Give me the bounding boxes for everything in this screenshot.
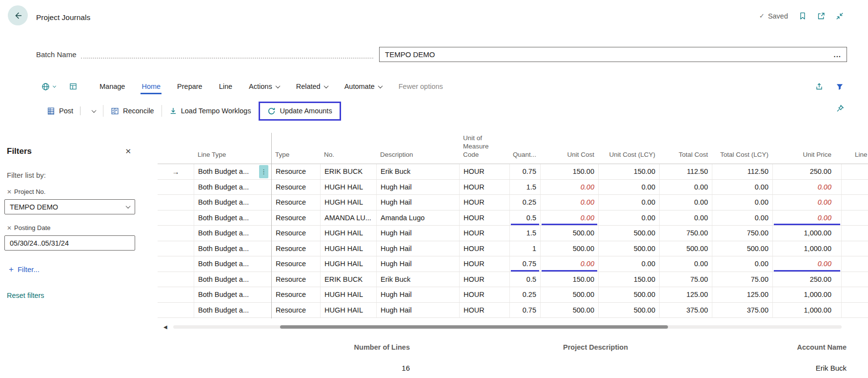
cell-unit_cost_lcy[interactable]: 0.00 xyxy=(598,180,659,195)
cell-line[interactable] xyxy=(841,241,868,256)
cell-type[interactable]: Resource xyxy=(271,241,320,256)
cell-unit_price[interactable]: 0.00 xyxy=(772,210,841,226)
cell-unit_cost[interactable]: 500.00 xyxy=(540,241,598,256)
cell-total_cost[interactable]: 0.00 xyxy=(659,180,712,195)
cell-type[interactable]: Resource xyxy=(271,256,320,272)
cell-description[interactable]: Erik Buck xyxy=(376,164,459,179)
cell-total_cost[interactable]: 75.00 xyxy=(659,272,712,287)
scrollbar-thumb[interactable] xyxy=(280,325,668,329)
cell-unit_cost[interactable]: 150.00 xyxy=(540,164,598,179)
cell-total_cost_lcy[interactable]: 500.00 xyxy=(712,241,772,256)
cell-no[interactable]: HUGH HAIL xyxy=(320,195,376,210)
assist-edit-button[interactable]: ... xyxy=(833,50,841,59)
collapse-icon[interactable] xyxy=(836,12,844,20)
layout-grid-button[interactable] xyxy=(69,83,77,90)
menu-item-fewer-options[interactable]: Fewer options xyxy=(399,83,443,90)
cell-total_cost[interactable]: 375.00 xyxy=(659,303,712,318)
row-selector-cell[interactable] xyxy=(158,241,194,256)
table-row[interactable]: Both Budget a...ResourceHUGH HAILHugh Ha… xyxy=(158,226,868,241)
menu-item-home[interactable]: Home xyxy=(141,83,161,90)
cell-no[interactable]: ERIK BUCK xyxy=(320,164,376,179)
close-icon[interactable]: ✕ xyxy=(125,147,131,156)
cell-uom[interactable]: HOUR xyxy=(459,241,509,256)
cell-line[interactable] xyxy=(841,180,868,195)
cell-unit_cost[interactable]: 0.00 xyxy=(540,256,598,272)
column-header-unit_cost[interactable]: Unit Cost xyxy=(540,136,598,164)
cell-qty[interactable]: 0.75 xyxy=(509,256,540,272)
cell-uom[interactable]: HOUR xyxy=(459,180,509,195)
cell-uom[interactable]: HOUR xyxy=(459,303,509,318)
cell-unit_cost_lcy[interactable]: 500.00 xyxy=(598,287,659,302)
row-selector-cell[interactable] xyxy=(158,195,194,210)
select-all-header[interactable] xyxy=(158,136,194,164)
cell-total_cost[interactable]: 0.00 xyxy=(659,256,712,272)
reconcile-button[interactable]: Reconcile xyxy=(111,107,154,115)
cell-uom[interactable]: HOUR xyxy=(459,287,509,302)
cell-qty[interactable]: 0.75 xyxy=(509,164,540,179)
cell-uom[interactable]: HOUR xyxy=(459,226,509,241)
menu-item-related[interactable]: Related xyxy=(296,83,328,90)
cell-unit_cost[interactable]: 0.00 xyxy=(540,210,598,226)
cell-unit_price[interactable]: 1,000.00 xyxy=(772,241,841,256)
cell-line[interactable] xyxy=(841,210,868,226)
cell-total_cost[interactable]: 0.00 xyxy=(659,210,712,226)
cell-unit_price[interactable]: 1,000.00 xyxy=(772,287,841,302)
menu-item-line[interactable]: Line xyxy=(219,83,232,90)
cell-no[interactable]: AMANDA LU... xyxy=(320,210,376,226)
column-header-unit_price[interactable]: Unit Price xyxy=(772,136,841,164)
column-header-line_type[interactable]: Line Type xyxy=(194,136,271,164)
cell-type[interactable]: Resource xyxy=(271,210,320,226)
table-row[interactable]: Both Budget a...ResourceHUGH HAILHugh Ha… xyxy=(158,180,868,195)
table-row[interactable]: Both Budget a...ResourceERIK BUCKErik Bu… xyxy=(158,272,868,288)
table-row[interactable]: →Both Budget a...⋮ResourceERIK BUCKErik … xyxy=(158,164,868,180)
table-row[interactable]: Both Budget a...ResourceHUGH HAILHugh Ha… xyxy=(158,287,868,303)
batch-name-input[interactable]: TEMPO DEMO ... xyxy=(379,47,847,62)
menu-item-prepare[interactable]: Prepare xyxy=(177,83,202,90)
cell-unit_price[interactable]: 0.00 xyxy=(772,195,841,210)
update-amounts-button[interactable]: Update Amounts xyxy=(267,107,332,115)
remove-filter-icon[interactable]: ✕ xyxy=(7,189,12,195)
add-filter-button[interactable]: + Filter... xyxy=(9,265,135,273)
show-attached-button[interactable] xyxy=(41,83,56,91)
reset-filters-link[interactable]: Reset filters xyxy=(7,292,135,299)
cell-line_type[interactable]: Both Budget a... xyxy=(194,210,271,226)
cell-no[interactable]: HUGH HAIL xyxy=(320,303,376,318)
cell-description[interactable]: Hugh Hail xyxy=(376,303,459,318)
cell-line_type[interactable]: Both Budget a... xyxy=(194,226,271,241)
cell-total_cost_lcy[interactable]: 0.00 xyxy=(712,210,772,226)
back-button[interactable] xyxy=(8,5,28,25)
cell-qty[interactable]: 1 xyxy=(509,241,540,256)
cell-qty[interactable]: 0.75 xyxy=(509,303,540,318)
cell-line[interactable] xyxy=(841,303,868,318)
cell-no[interactable]: HUGH HAIL xyxy=(320,180,376,195)
row-selector-cell[interactable] xyxy=(158,226,194,241)
cell-description[interactable]: Hugh Hail xyxy=(376,256,459,272)
cell-line[interactable] xyxy=(841,256,868,272)
cell-no[interactable]: ERIK BUCK xyxy=(320,272,376,287)
cell-line[interactable] xyxy=(841,272,868,287)
cell-unit_cost_lcy[interactable]: 150.00 xyxy=(598,164,659,179)
cell-line_type[interactable]: Both Budget a... xyxy=(194,272,271,287)
cell-description[interactable]: Erik Buck xyxy=(376,272,459,287)
cell-unit_cost_lcy[interactable]: 500.00 xyxy=(598,241,659,256)
column-header-total_cost[interactable]: Total Cost xyxy=(659,136,712,164)
cell-uom[interactable]: HOUR xyxy=(459,272,509,287)
column-header-type[interactable]: Type xyxy=(271,136,320,164)
cell-total_cost[interactable]: 750.00 xyxy=(659,226,712,241)
cell-line_type[interactable]: Both Budget a... xyxy=(194,195,271,210)
project-no-filter-select[interactable]: TEMPO DEMO xyxy=(4,199,135,214)
cell-unit_cost_lcy[interactable]: 0.00 xyxy=(598,256,659,272)
cell-unit_price[interactable]: 250.00 xyxy=(772,164,841,179)
cell-total_cost[interactable]: 500.00 xyxy=(659,241,712,256)
cell-total_cost[interactable]: 125.00 xyxy=(659,287,712,302)
cell-no[interactable]: HUGH HAIL xyxy=(320,287,376,302)
cell-unit_price[interactable]: 0.00 xyxy=(772,256,841,272)
row-selector-cell[interactable] xyxy=(158,303,194,318)
cell-line_type[interactable]: Both Budget a... xyxy=(194,303,271,318)
cell-total_cost_lcy[interactable]: 750.00 xyxy=(712,226,772,241)
share-icon[interactable] xyxy=(815,83,823,90)
menu-item-actions[interactable]: Actions xyxy=(249,83,280,90)
column-header-unit_cost_lcy[interactable]: Unit Cost (LCY) xyxy=(598,136,659,164)
cell-no[interactable]: HUGH HAIL xyxy=(320,241,376,256)
posting-date-filter-input[interactable]: 05/30/24..05/31/24 xyxy=(4,235,135,251)
